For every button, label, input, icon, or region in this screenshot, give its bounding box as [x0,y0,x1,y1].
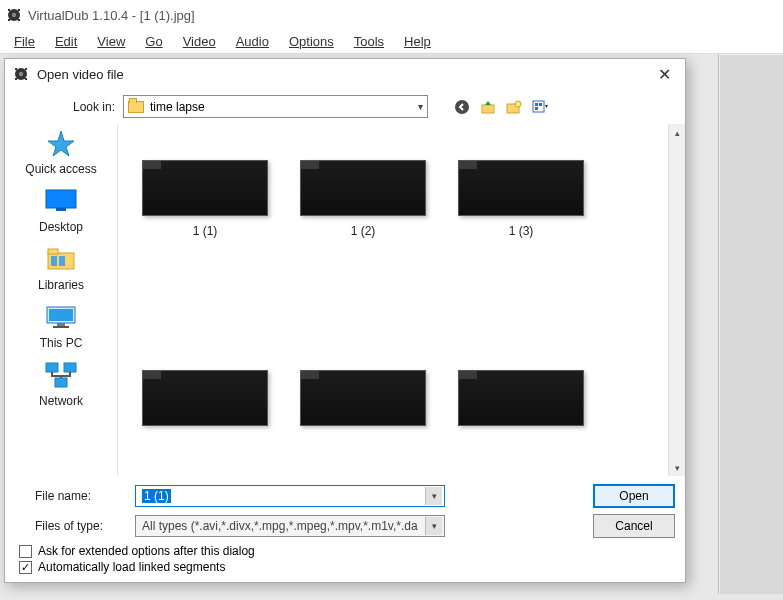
thumbnail [300,370,426,426]
svg-rect-30 [46,363,58,372]
svg-point-12 [455,100,469,114]
checkbox-icon [19,545,32,558]
scrollbar[interactable]: ▴ ▾ [668,124,685,476]
file-item[interactable]: 1 (3) [446,160,596,270]
menu-edit[interactable]: Edit [47,32,85,51]
menu-go[interactable]: Go [137,32,170,51]
file-item[interactable]: 1 (1) [130,160,280,270]
file-type-dropdown[interactable]: All types (*.avi,*.divx,*.mpg,*.mpeg,*.m… [135,515,445,537]
file-item[interactable] [130,370,280,466]
view-menu-icon[interactable] [532,99,548,115]
libraries-icon [43,244,79,274]
dialog-title: Open video file [37,67,644,82]
thumbnail [142,370,268,426]
desktop-icon [43,186,79,216]
scroll-up-icon[interactable]: ▴ [669,124,685,141]
place-quick-access[interactable]: Quick access [16,128,106,176]
file-name-input[interactable]: 1 (1) ▾ [135,485,445,507]
network-icon [43,360,79,390]
place-desktop[interactable]: Desktop [16,186,106,234]
app-titlebar: VirtualDub 1.10.4 - [1 (1).jpg] [0,0,783,30]
svg-rect-29 [53,326,69,328]
chevron-down-icon[interactable]: ▾ [425,487,442,505]
svg-rect-3 [18,9,20,11]
svg-rect-9 [25,68,27,70]
svg-rect-19 [535,107,538,110]
place-network[interactable]: Network [16,360,106,408]
menu-options[interactable]: Options [281,32,342,51]
look-in-label: Look in: [15,100,115,114]
dialog-titlebar: Open video file ✕ [5,59,685,89]
menu-video[interactable]: Video [175,32,224,51]
svg-rect-16 [533,101,544,112]
file-item[interactable] [446,370,596,466]
open-file-dialog: Open video file ✕ Look in: time lapse ▾ … [4,58,686,583]
back-icon[interactable] [454,99,470,115]
thumbnail [458,370,584,426]
menubar: File Edit View Go Video Audio Options To… [0,30,783,54]
look-in-row: Look in: time lapse ▾ [5,89,685,124]
right-panel [718,54,783,594]
this-pc-icon [43,302,79,332]
svg-rect-17 [535,103,538,106]
thumbnail [300,160,426,216]
app-title: VirtualDub 1.10.4 - [1 (1).jpg] [28,8,195,23]
svg-rect-31 [64,363,76,372]
menu-view[interactable]: View [89,32,133,51]
svg-rect-5 [18,19,20,21]
svg-rect-13 [482,105,494,113]
cancel-button[interactable]: Cancel [593,514,675,538]
svg-rect-28 [57,323,65,326]
open-button[interactable]: Open [593,484,675,508]
places-bar: Quick access Desktop Libraries This PC N… [5,124,117,476]
auto-load-segments-checkbox[interactable]: ✓ Automatically load linked segments [19,560,675,574]
svg-rect-23 [48,249,58,254]
up-one-level-icon[interactable] [480,99,496,115]
svg-point-7 [19,72,23,76]
look-in-value: time lapse [150,100,205,114]
svg-rect-18 [539,103,542,106]
file-name-label: File name: [15,489,127,503]
file-item[interactable]: 1 (2) [288,160,438,270]
thumbnail [142,160,268,216]
file-list-pane: 1 (1) 1 (2) 1 (3) ▴ ▾ [117,124,685,476]
extended-options-checkbox[interactable]: Ask for extended options after this dial… [19,544,675,558]
svg-rect-21 [56,208,66,211]
chevron-down-icon: ▾ [418,101,423,112]
folder-icon [128,101,144,113]
svg-rect-27 [49,309,73,321]
menu-file[interactable]: File [6,32,43,51]
svg-rect-4 [8,19,10,21]
svg-point-1 [12,13,16,17]
look-in-dropdown[interactable]: time lapse ▾ [123,95,428,118]
dialog-icon [13,66,29,82]
svg-rect-32 [55,378,67,387]
menu-help[interactable]: Help [396,32,439,51]
scroll-down-icon[interactable]: ▾ [669,459,685,476]
file-item[interactable] [288,370,438,466]
close-button[interactable]: ✕ [652,65,677,84]
menu-audio[interactable]: Audio [228,32,277,51]
menu-tools[interactable]: Tools [346,32,392,51]
thumbnail [458,160,584,216]
svg-rect-2 [8,9,10,11]
quick-access-icon [43,128,79,158]
dialog-bottom: File name: 1 (1) ▾ Open Files of type: A… [5,476,685,582]
app-icon [6,7,22,23]
svg-rect-10 [15,78,17,80]
new-folder-icon[interactable] [506,99,522,115]
place-libraries[interactable]: Libraries [16,244,106,292]
file-type-label: Files of type: [15,519,127,533]
place-this-pc[interactable]: This PC [16,302,106,350]
svg-rect-25 [59,256,65,266]
svg-rect-24 [51,256,57,266]
svg-rect-8 [15,68,17,70]
checkbox-icon: ✓ [19,561,32,574]
svg-point-15 [515,101,521,107]
chevron-down-icon[interactable]: ▾ [425,517,442,535]
svg-rect-11 [25,78,27,80]
file-type-value: All types (*.avi,*.divx,*.mpg,*.mpeg,*.m… [142,519,418,533]
file-name-value: 1 (1) [142,489,171,503]
svg-rect-20 [46,190,76,208]
